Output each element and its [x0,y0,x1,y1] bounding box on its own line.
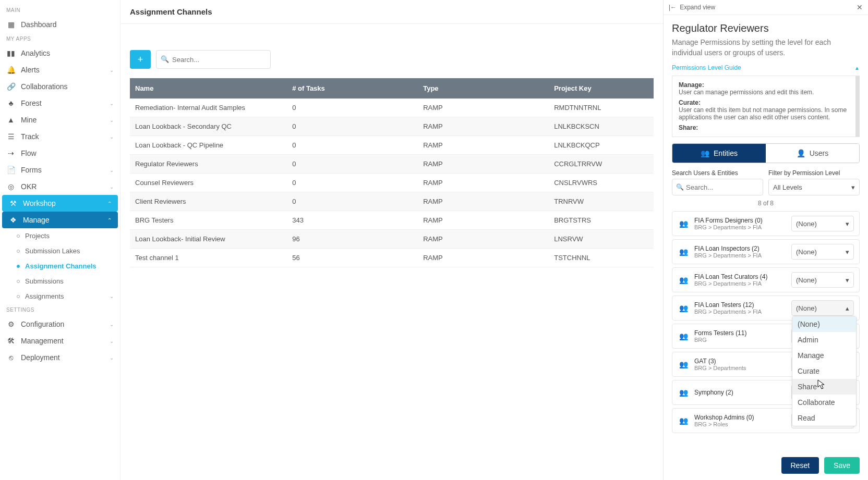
col-type[interactable]: Type [418,78,549,99]
dropdown-option[interactable]: (None) [792,316,856,332]
nav-label: Dashboard [21,20,57,29]
users-group-icon: 👥 [678,218,689,229]
cell-tasks: 343 [287,211,418,230]
table-row[interactable]: Test channel 156RAMPTSTCHNNL [130,249,654,267]
table-row[interactable]: Loan Lookback - Secondary QC0RAMPLNLKBCK… [130,117,654,136]
main-content: Assignment Channels + 🔍 Name # of Tasks … [120,0,663,480]
nav-flow[interactable]: ⇢Flow [0,145,120,162]
nav-okr[interactable]: ◎OKR⌄ [0,178,120,195]
sub-assignments[interactable]: Assignments⌄ [0,289,120,304]
entity-info: Symphony (2) [694,389,786,396]
nav-track[interactable]: ☰Track⌄ [0,128,120,145]
cell-type: RAMP [418,174,549,192]
sub-assignment-channels[interactable]: Assignment Channels [0,259,120,274]
nav-analytics[interactable]: ▮▮Analytics [0,45,120,61]
cell-type: RAMP [418,211,549,230]
page-title: Assignment Channels [120,0,663,24]
nav-forest[interactable]: ♣Forest⌄ [0,95,120,112]
triangle-down-icon: ▾ [846,248,849,256]
dropdown-option[interactable]: Curate [792,363,856,379]
entity-name: Forms Testers (11) [694,329,786,337]
guide-manage-desc: User can manage permissions and edit thi… [679,89,849,96]
table-row[interactable]: Remediation- Internal Audit Samples0RAMP… [130,99,654,117]
chevron-down-icon: ⌄ [110,355,114,361]
cell-type: RAMP [418,99,549,117]
dropdown-option[interactable]: Manage [792,348,856,363]
level-filter-select[interactable]: All Levels ▾ [768,179,860,195]
expand-view[interactable]: Expand view [680,4,715,11]
permission-select[interactable]: (None)▴ [791,300,854,316]
entity-info: FIA Loan Test Curators (4)BRG > Departme… [694,273,786,287]
nav-alerts[interactable]: 🔔Alerts⌄ [0,61,120,78]
table-row[interactable]: BRG Testers343RAMPBRGTSTRS [130,211,654,230]
triangle-down-icon: ▾ [846,276,849,284]
table-row[interactable]: Client Reviewers0RAMPTRNRVW [130,192,654,211]
entity-row: 👥FIA Loan Test Curators (4)BRG > Departm… [672,267,860,292]
permission-select[interactable]: (None)▾ [791,272,854,288]
users-group-icon: 👥 [678,415,689,426]
cell-key: CNSLRVWRS [549,174,654,192]
nav-deployment[interactable]: ⎋Deployment⌄ [0,349,120,366]
col-name[interactable]: Name [130,78,287,99]
users-group-icon: 👥 [701,149,709,157]
dropdown-option[interactable]: Collaborate [792,395,856,410]
mine-icon: ▲ [6,116,16,124]
entity-path: BRG > Roles [694,421,786,427]
nav-forms[interactable]: 📄Forms⌄ [0,162,120,178]
table-row[interactable]: Regulator Reviewers0RAMPCCRGLTRRVW [130,155,654,174]
reset-button[interactable]: Reset [781,457,819,474]
sub-projects[interactable]: Projects [0,228,120,243]
nav-workshop[interactable]: ⚒Workshop⌃ [2,195,118,212]
sub-submission-lakes[interactable]: Submission Lakes [0,243,120,259]
panel-title: Regulator Reviewers [672,22,860,34]
nav-label: Manage [23,216,50,224]
permission-select[interactable]: (None)▾ [791,244,854,260]
nav-manage[interactable]: ❖Manage⌃ [2,212,118,228]
nav-label: Configuration [21,320,64,328]
nav-collaborations[interactable]: 🔗Collaborations [0,78,120,95]
dropdown-option[interactable]: Share [792,379,856,395]
chevron-down-icon: ⌄ [110,293,114,299]
permission-select[interactable]: (None)▾ [791,216,854,231]
table-row[interactable]: Loan Lookback - QC Pipeline0RAMPLNLKBCKQ… [130,136,654,155]
permissions-guide-box: Manage: User can manage permissions and … [672,76,860,137]
plus-icon: + [138,54,143,65]
add-button[interactable]: + [130,50,151,69]
nav-management[interactable]: 🛠Management⌄ [0,333,120,349]
tab-entities[interactable]: 👥Entities [672,144,766,163]
cell-tasks: 96 [287,230,418,249]
nav-label: Deployment [21,353,60,362]
bullet-icon [17,235,20,238]
panel-description: Manage Permissions by setting the level … [672,38,860,58]
permission-value: (None) [796,276,817,284]
table-row[interactable]: Counsel Reviewers0RAMPCNSLRVWRS [130,174,654,192]
filter-label: Filter by Permission Level [768,169,860,177]
dropdown-option[interactable]: Read [792,410,856,426]
cell-name: BRG Testers [130,211,287,230]
tools-icon: 🛠 [6,337,16,345]
bell-icon: 🔔 [6,66,16,74]
search-input[interactable] [156,50,271,69]
nav-configuration[interactable]: ⚙Configuration⌄ [0,316,120,333]
entity-search-input[interactable] [672,179,763,195]
nav-label: Forms [21,166,42,174]
nav-label: Flow [21,149,37,157]
col-key[interactable]: Project Key [549,78,654,99]
guide-curate-desc: User can edit this item but not manage p… [679,106,849,121]
col-tasks[interactable]: # of Tasks [287,78,418,99]
nav-mine[interactable]: ▲Mine⌄ [0,112,120,128]
close-icon[interactable]: ✕ [857,3,863,11]
tab-users[interactable]: 👤Users [766,144,859,163]
table-row[interactable]: Loan Lookback- Initial Review96RAMPLNSRV… [130,230,654,249]
nav-label: Management [21,337,64,345]
chevron-down-icon: ⌄ [110,322,114,327]
search-icon: 🔍 [161,55,169,63]
nav-dashboard[interactable]: ▦ Dashboard [0,16,120,33]
entity-user-tabs: 👥Entities 👤Users [672,143,860,163]
sub-submissions[interactable]: Submissions [0,274,120,289]
section-main: MAIN [0,4,120,16]
permissions-guide-toggle[interactable]: Permissions Level Guide ▲ [672,64,860,71]
sub-label: Projects [25,232,50,240]
save-button[interactable]: Save [824,457,860,474]
dropdown-option[interactable]: Admin [792,332,856,348]
